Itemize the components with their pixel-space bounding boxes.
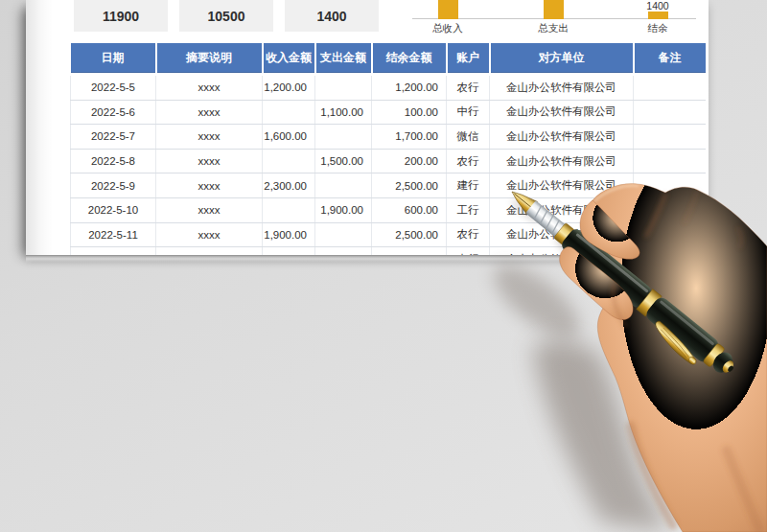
table-cell[interactable] <box>263 197 315 222</box>
bar-chart: 总收入总支出结余1400 <box>414 0 702 35</box>
table-cell[interactable]: 1,900.00 <box>263 222 315 247</box>
table-row: 2022-5-8xxxx1,500.00200.00农行金山办公软件有限公司 <box>71 149 706 173</box>
table-cell[interactable]: xxxx <box>156 197 263 222</box>
table-row: 2022-5-5xxxx1,200.001,200.00农行金山办公软件有限公司 <box>71 75 706 101</box>
table-cell[interactable]: 1,700.00 <box>372 125 447 150</box>
chart-category-label: 结余 <box>624 22 691 35</box>
table-cell[interactable] <box>634 247 706 255</box>
table-cell[interactable] <box>263 100 315 125</box>
table-cell[interactable]: 2022-5-9 <box>71 173 156 198</box>
table-cell[interactable]: 金山办公软件有限公司 <box>490 75 634 101</box>
table-cell[interactable]: 1,200.00 <box>372 75 447 101</box>
table-cell[interactable]: 2022-5-12 <box>71 247 156 255</box>
table-cell[interactable] <box>634 125 706 150</box>
summary-value-cell[interactable]: 1400 <box>285 0 379 32</box>
table-cell[interactable]: 2,500.00 <box>372 222 447 247</box>
table-cell[interactable]: 2022-5-6 <box>71 100 156 125</box>
column-header[interactable]: 收入金额 <box>263 43 315 75</box>
screenshot-root: 11900105001400 总收入总支出结余1400 日期摘要说明收入金额支出… <box>0 0 767 532</box>
column-header[interactable]: 备注 <box>634 43 706 75</box>
table-cell[interactable]: 建行 <box>447 173 490 198</box>
table-cell[interactable] <box>263 149 315 173</box>
summary-value-cell[interactable]: 10500 <box>179 0 273 32</box>
table-cell[interactable]: 2,300.00 <box>263 173 315 198</box>
table-cell[interactable]: 2,500.00 <box>372 173 447 198</box>
chart-category-label: 总支出 <box>520 22 587 35</box>
table-cell[interactable]: 2022-5-10 <box>71 197 156 222</box>
table-row: 2022-5-9xxxx2,300.002,500.00建行金山办公软件有限公司 <box>71 173 706 198</box>
table-cell[interactable]: 金山办公软件有限公司 <box>490 100 634 125</box>
paper-left-shade <box>26 0 53 255</box>
table-cell[interactable]: 金山办公软件有限公司 <box>490 125 634 150</box>
table-cell[interactable] <box>263 247 315 255</box>
pen-cap <box>643 294 721 364</box>
chart-category-label: 总收入 <box>414 22 481 35</box>
chart-bar <box>544 0 564 19</box>
table-cell[interactable]: 中行 <box>447 247 490 255</box>
table-cell[interactable] <box>634 149 706 173</box>
column-header[interactable]: 日期 <box>71 43 156 75</box>
table-cell[interactable]: 500.00 <box>372 247 447 255</box>
table-cell[interactable]: 200.00 <box>372 149 447 173</box>
table-cell[interactable]: 1,600.00 <box>263 125 315 150</box>
table-cell[interactable]: 1,900.00 <box>315 197 372 222</box>
table-row: 2022-5-12xxxx2,000.00500.00中行金山办公软件有限公司 <box>71 247 706 255</box>
table-cell[interactable]: 金山办公软件有限公司 <box>490 247 634 255</box>
table-cell[interactable] <box>634 222 706 247</box>
chart-value-label: 1400 <box>624 0 691 12</box>
table-cell[interactable] <box>634 173 706 198</box>
spreadsheet-paper: 11900105001400 总收入总支出结余1400 日期摘要说明收入金额支出… <box>26 0 709 255</box>
table-cell[interactable]: 2022-5-7 <box>71 125 156 150</box>
table-cell[interactable]: 金山办公软件有限公司 <box>490 149 634 173</box>
table-cell[interactable]: xxxx <box>156 100 263 125</box>
column-header[interactable]: 摘要说明 <box>156 43 263 75</box>
table-body: 2022-5-5xxxx1,200.001,200.00农行金山办公软件有限公司… <box>71 75 706 256</box>
table-row: 2022-5-6xxxx1,100.00100.00中行金山办公软件有限公司 <box>71 100 706 125</box>
table-cell[interactable]: 金山办公软件有限公司 <box>490 222 634 247</box>
table-cell[interactable]: 2022-5-8 <box>71 149 156 173</box>
table-cell[interactable]: 1,100.00 <box>315 100 372 125</box>
table-cell[interactable]: 1,500.00 <box>315 149 372 173</box>
table-cell[interactable]: 工行 <box>447 197 490 222</box>
table-cell[interactable]: 农行 <box>447 222 490 247</box>
column-header[interactable]: 对方单位 <box>490 43 634 75</box>
table-cell[interactable] <box>315 75 372 101</box>
table-cell[interactable]: 600.00 <box>372 197 447 222</box>
table-cell[interactable] <box>634 75 706 101</box>
table-cell[interactable]: 1,200.00 <box>263 75 315 101</box>
table-header: 日期摘要说明收入金额支出金额结余金额账户对方单位备注 <box>71 43 706 75</box>
table-cell[interactable]: xxxx <box>156 173 263 198</box>
table-cell[interactable] <box>634 100 706 125</box>
table-cell[interactable]: xxxx <box>156 247 263 255</box>
table-cell[interactable]: 金山办公软件有限公司 <box>490 197 634 222</box>
pen-clip <box>649 320 702 366</box>
table-row: 2022-5-11xxxx1,900.002,500.00农行金山办公软件有限公… <box>71 222 706 247</box>
table-cell[interactable]: 农行 <box>447 75 490 101</box>
table-cell[interactable]: xxxx <box>156 149 263 173</box>
table-cell[interactable]: 农行 <box>447 149 490 173</box>
column-header[interactable]: 结余金额 <box>372 43 447 75</box>
table-cell[interactable] <box>315 125 372 150</box>
table-cell[interactable] <box>634 197 706 222</box>
chart-bar <box>648 12 668 19</box>
table-cell[interactable] <box>315 173 372 198</box>
table-cell[interactable]: 2,000.00 <box>315 247 372 255</box>
chart-bar <box>438 0 458 19</box>
table-cell[interactable]: 2022-5-5 <box>71 75 156 101</box>
table-cell[interactable]: 金山办公软件有限公司 <box>490 173 634 198</box>
table-cell[interactable]: xxxx <box>156 125 263 150</box>
summary-value-cell[interactable]: 11900 <box>74 0 168 32</box>
table-cell[interactable]: 2022-5-11 <box>71 222 156 247</box>
column-header[interactable]: 支出金额 <box>315 43 372 75</box>
table-cell[interactable]: xxxx <box>156 222 263 247</box>
table-cell[interactable]: 微信 <box>447 125 490 150</box>
table-cell[interactable]: 中行 <box>447 100 490 125</box>
table-cell[interactable]: 100.00 <box>372 100 447 125</box>
column-header[interactable]: 账户 <box>447 43 490 75</box>
paper-bottom-edge <box>26 255 709 263</box>
table-row: 2022-5-7xxxx1,600.001,700.00微信金山办公软件有限公司 <box>71 125 706 150</box>
ledger-table: 日期摘要说明收入金额支出金额结余金额账户对方单位备注 2022-5-5xxxx1… <box>70 43 706 255</box>
table-cell[interactable] <box>315 222 372 247</box>
table-cell[interactable]: xxxx <box>156 75 263 101</box>
table-row: 2022-5-10xxxx1,900.00600.00工行金山办公软件有限公司 <box>71 197 706 222</box>
